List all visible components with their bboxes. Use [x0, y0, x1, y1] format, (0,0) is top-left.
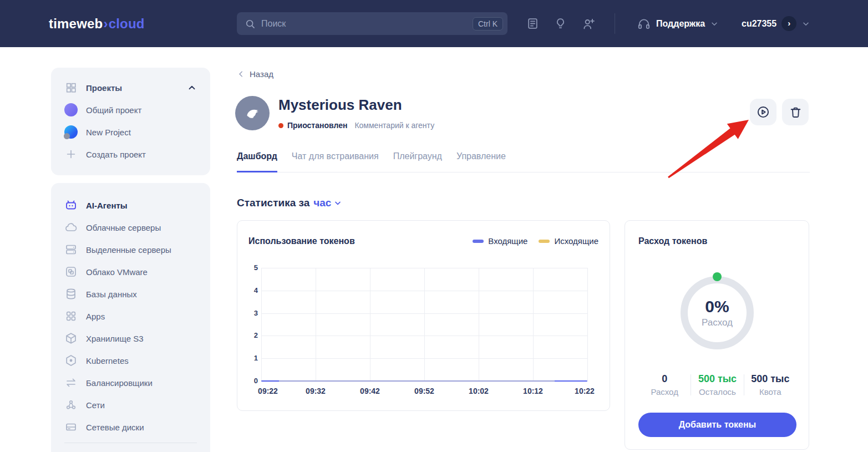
account-badge: › [781, 16, 796, 31]
sidebar-item-network-disks[interactable]: Сетевые диски [64, 416, 197, 438]
sidebar-item-label: Базы данных [86, 290, 137, 299]
sidebar-item-s3-storage[interactable]: Хранилище S3 [64, 327, 197, 349]
page-title: Mysterious Raven [278, 97, 402, 114]
sidebar-item-project-common[interactable]: Общий проект [64, 99, 197, 121]
project-label: Общий проект [86, 105, 141, 115]
legend-swatch-incoming [473, 240, 484, 243]
donut-center: 0% Расход [681, 276, 754, 349]
stat-label: Квота [744, 387, 796, 397]
gridline [424, 268, 425, 381]
search-box[interactable]: Ctrl K [237, 12, 507, 35]
add-tokens-button[interactable]: Добавить токены [638, 413, 796, 437]
chart-title: Использование токенов [248, 236, 355, 246]
box-icon [64, 332, 78, 345]
y-tick: 3 [240, 309, 258, 317]
headset-icon [637, 17, 651, 31]
vmware-icon [64, 265, 78, 278]
stat-label: Осталось [691, 387, 743, 397]
x-tick: 09:52 [408, 387, 441, 395]
token-spend-card: Расход токенов 0% Расход 0 Расход 500 ты… [625, 220, 809, 450]
create-project-label: Создать проект [86, 150, 146, 159]
sidebar-item-label: Выделенные серверы [86, 245, 171, 255]
stat-quota: 500 тыс Квота [744, 373, 796, 397]
x-tick: 09:32 [299, 387, 332, 395]
logo[interactable]: timeweb›cloud [49, 0, 145, 47]
projects-title: Проекты [86, 83, 122, 93]
sidebar-item-kubernetes[interactable]: Kubernetes [64, 349, 197, 372]
stat-spent: 0 Расход [638, 373, 691, 397]
account-menu[interactable]: cu27355 › [742, 0, 810, 47]
sidebar-item-label: Apps [86, 312, 105, 321]
sidebar-item-project-new[interactable]: New Project [64, 121, 197, 143]
logo-part1: timeweb [49, 16, 103, 32]
gridline [261, 336, 587, 336]
back-link[interactable]: Назад [237, 69, 273, 79]
raven-icon [243, 104, 262, 123]
support-menu[interactable]: Поддержка [637, 0, 719, 47]
stat-remaining: 500 тыс Осталось [691, 373, 743, 397]
gridline [587, 268, 588, 381]
start-agent-button[interactable] [750, 99, 776, 125]
apps-icon [64, 309, 78, 323]
period-value: час [313, 197, 331, 209]
spend-label: Расход [702, 317, 733, 328]
sidebar-item-databases[interactable]: Базы данных [64, 283, 197, 305]
period-selector[interactable]: час [313, 197, 342, 209]
news-icon[interactable] [526, 17, 540, 31]
disk-icon [64, 420, 78, 434]
x-tick: 10:02 [462, 387, 495, 395]
legend-item-outgoing: Исходящие [539, 236, 598, 246]
gridline [316, 268, 316, 381]
tab-management[interactable]: Управление [456, 151, 506, 172]
legend-item-incoming: Входящие [473, 236, 527, 246]
gridline [533, 268, 534, 381]
stat-value: 500 тыс [691, 373, 743, 385]
project-avatar [64, 125, 78, 139]
sidebar-item-vmware[interactable]: Облако VMware [64, 261, 197, 283]
delete-agent-button[interactable] [782, 99, 809, 125]
gridline [479, 268, 479, 381]
gridline [261, 268, 587, 268]
gridline [370, 268, 370, 381]
server-icon [64, 243, 78, 256]
y-tick: 0 [240, 377, 258, 385]
project-label: New Project [86, 128, 131, 137]
agent-comment-link[interactable]: Комментарий к агенту [354, 121, 434, 130]
navbar-divider [615, 13, 615, 34]
sidebar-item-label: Балансировщики [86, 378, 153, 388]
sidebar-item-balancers[interactable]: Балансировщики [64, 372, 197, 394]
tab-embed-chat[interactable]: Чат для встраивания [292, 151, 379, 172]
search-icon [245, 18, 256, 29]
tab-playground[interactable]: Плейграунд [393, 151, 442, 172]
gridline [261, 268, 262, 381]
tab-dashboard[interactable]: Дашборд [237, 151, 277, 172]
y-tick: 2 [240, 331, 258, 339]
sidebar-item-dedicated-servers[interactable]: Выделенные серверы [64, 238, 197, 261]
chart-plot-area [261, 268, 587, 381]
add-user-icon[interactable] [581, 17, 596, 32]
x-tick: 10:12 [516, 387, 550, 395]
sidebar-item-cloud-servers[interactable]: Облачные серверы [64, 216, 197, 238]
logo-separator: › [103, 16, 108, 32]
lightbulb-icon[interactable] [554, 17, 567, 31]
projects-header[interactable]: Проекты [64, 77, 197, 99]
gridline [261, 358, 587, 359]
y-tick: 5 [240, 263, 258, 272]
sidebar-item-apps[interactable]: Apps [64, 305, 197, 327]
sidebar-item-label: AI-Агенты [86, 201, 128, 210]
sidebar-item-networks[interactable]: Сети [64, 394, 197, 416]
sidebar-item-ai-agents[interactable]: AI-Агенты [64, 194, 197, 216]
create-project-button[interactable]: Создать проект [64, 143, 197, 165]
token-usage-chart-card: Использование токенов Входящие Исходящие… [237, 220, 610, 411]
annotation-arrow [660, 111, 760, 189]
robot-icon [64, 199, 78, 212]
search-input[interactable] [261, 19, 473, 29]
chart-legend: Входящие Исходящие [473, 236, 598, 246]
sidebar-item-label: Сетевые диски [86, 423, 144, 432]
back-label: Назад [250, 69, 273, 79]
agent-avatar [235, 96, 270, 130]
chevron-down-icon [801, 19, 810, 28]
x-tick: 09:42 [353, 387, 387, 395]
gridline [261, 291, 587, 291]
agent-status-row: Приостановлен Комментарий к агенту [278, 121, 434, 130]
